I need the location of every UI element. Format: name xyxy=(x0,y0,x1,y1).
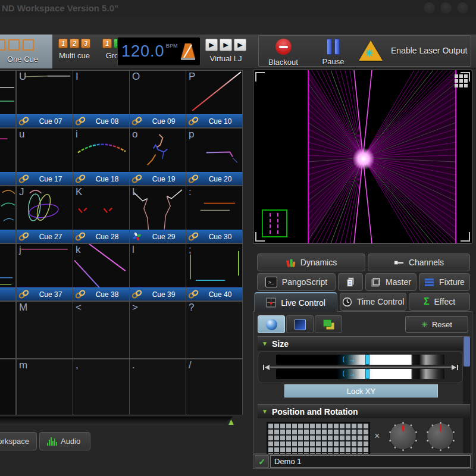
tab-pangoscript[interactable]: >_ PangoScript xyxy=(257,273,336,291)
reset-button[interactable]: ✳ Reset xyxy=(405,316,468,333)
cue-cell-partial[interactable] xyxy=(0,70,16,128)
window-button[interactable] xyxy=(457,2,468,14)
cue-cell-partial[interactable] xyxy=(0,359,16,415)
cue-label-bar[interactable]: Cue 09 xyxy=(130,114,186,127)
cue-cell[interactable]: , xyxy=(73,359,130,415)
position-section-header[interactable]: ▼ Position and Rotation xyxy=(258,404,470,418)
cue-cell[interactable]: / xyxy=(186,359,243,415)
cue-label-bar[interactable] xyxy=(0,287,15,300)
window-button[interactable] xyxy=(424,2,435,14)
cue-label-bar[interactable]: Cue 08 xyxy=(73,114,129,127)
tab-time-control[interactable]: Time Control xyxy=(340,293,406,311)
tab-fixture[interactable]: Fixture xyxy=(419,273,470,291)
pangoscript-icon: >_ xyxy=(265,277,277,287)
laser-preview[interactable] xyxy=(253,70,472,244)
cue-cell[interactable]: > xyxy=(129,301,186,359)
pinwheel-icon xyxy=(131,232,142,241)
size-x-slider[interactable]: ( → xyxy=(276,355,444,365)
cue-cell[interactable]: m xyxy=(16,359,73,415)
cue-label-bar[interactable] xyxy=(0,230,15,243)
cue-cell[interactable]: u Cue 17 xyxy=(16,128,73,186)
workspace-name-field[interactable]: Demo 1 xyxy=(270,455,471,468)
layers-mode-button[interactable] xyxy=(315,315,342,333)
bpm-display[interactable]: 120.0 BPM xyxy=(117,37,201,66)
cue-cell[interactable]: < xyxy=(73,301,130,359)
size-section-header[interactable]: ▼ Size xyxy=(258,336,470,350)
multi-cue-button[interactable]: 123 Multi cue xyxy=(58,39,90,60)
cue-cell[interactable]: i Cue 18 xyxy=(73,128,130,186)
cue-cell-partial[interactable] xyxy=(0,243,16,301)
preview-grid-icon[interactable] xyxy=(455,74,468,87)
tab-effect[interactable]: Σ Effect xyxy=(409,293,470,311)
cue-cell[interactable]: o Cue 19 xyxy=(129,128,186,186)
chain-link-icon xyxy=(75,117,86,126)
position-xy-pad[interactable] xyxy=(267,422,370,456)
tab-audio[interactable]: Audio xyxy=(39,432,90,450)
cue-label: Cue 30 xyxy=(200,233,240,241)
size-y-slider[interactable]: ( → xyxy=(276,369,444,379)
tab-live-control[interactable]: Live Control xyxy=(254,292,337,312)
tab-channels[interactable]: Channels xyxy=(368,253,470,271)
cue-cell[interactable]: L Cue 29 xyxy=(129,186,186,243)
cue-label-bar[interactable]: Cue 10 xyxy=(186,114,242,127)
cue-cell[interactable]: k Cue 38 xyxy=(73,243,130,301)
tab-dynamics[interactable]: Dynamics xyxy=(257,253,365,271)
cue-cell[interactable]: ? xyxy=(186,301,243,359)
cue-label-bar[interactable]: Cue 30 xyxy=(186,230,242,243)
cue-label-bar[interactable]: Cue 39 xyxy=(130,287,186,300)
cue-cell[interactable]: U Cue 07 xyxy=(16,70,73,128)
cue-label-bar[interactable]: Cue 18 xyxy=(73,172,129,185)
cue-cell[interactable]: M xyxy=(16,301,73,359)
cue-label-bar[interactable] xyxy=(0,172,15,185)
cue-label-bar[interactable]: Cue 38 xyxy=(73,287,129,300)
one-cue-button[interactable]: One Cue xyxy=(0,35,52,68)
cue-cell[interactable]: : Cue 30 xyxy=(186,186,243,243)
slider-handle[interactable] xyxy=(365,369,369,379)
panel-scrollbar[interactable] xyxy=(463,337,471,453)
cue-cell[interactable]: ; Cue 40 xyxy=(186,243,243,301)
cue-cell[interactable]: K Cue 28 xyxy=(73,186,130,243)
cue-cell[interactable]: p Cue 20 xyxy=(186,128,243,186)
cue-label-bar[interactable] xyxy=(0,114,15,127)
cue-cell[interactable]: . xyxy=(129,359,186,415)
cue-label-bar[interactable]: Cue 27 xyxy=(17,230,73,243)
rotation-knob-2[interactable] xyxy=(427,422,454,450)
projection-zone-thumbnail[interactable] xyxy=(262,209,287,237)
cue-label-bar[interactable]: Cue 37 xyxy=(17,287,73,300)
cue-label-bar[interactable]: Cue 17 xyxy=(17,172,73,185)
workspace-ok-button[interactable]: ✓ xyxy=(255,455,269,468)
cue-label-bar[interactable]: Cue 07 xyxy=(17,114,73,127)
lock-xy-button[interactable]: Lock XY xyxy=(284,384,438,397)
cue-cell[interactable]: J Cue 27 xyxy=(16,186,73,243)
copy-button[interactable] xyxy=(338,273,363,291)
cue-cell-partial[interactable] xyxy=(0,186,16,243)
tab-master[interactable]: Master xyxy=(365,273,416,291)
cue-label-bar[interactable]: Cue 28 xyxy=(73,230,129,243)
cue-cell[interactable]: P Cue 10 xyxy=(186,70,243,128)
zone-mode-button[interactable] xyxy=(286,315,314,333)
cue-label-bar[interactable]: Cue 29 xyxy=(130,230,186,243)
blackout-button[interactable]: Blackout xyxy=(264,39,303,67)
virtual-lj-button[interactable]: ▶ ▶ ▶ Virtual LJ xyxy=(205,39,246,63)
cue-cell[interactable]: j Cue 37 xyxy=(16,243,73,301)
rotation-knob-1[interactable] xyxy=(389,422,416,450)
cue-label-bar[interactable]: Cue 40 xyxy=(186,287,242,300)
cue-label-bar[interactable]: Cue 19 xyxy=(130,172,186,185)
cue-cell-partial[interactable] xyxy=(0,128,16,186)
cue-cell[interactable]: l Cue 39 xyxy=(129,243,186,301)
scrollbar-thumb[interactable] xyxy=(464,337,470,367)
pause-button[interactable]: Pause xyxy=(318,39,348,66)
cue-cell[interactable]: O Cue 09 xyxy=(129,70,186,128)
slider-handle[interactable] xyxy=(365,355,369,365)
expand-grid-icon[interactable]: ▲ xyxy=(227,416,236,427)
cue-cell[interactable]: I Cue 08 xyxy=(73,70,130,128)
size-slider-group: ( → ( → xyxy=(258,351,463,383)
cue-cell-partial[interactable] xyxy=(0,301,16,359)
cue-label-bar[interactable]: Cue 20 xyxy=(186,172,242,185)
layers-icon xyxy=(323,320,334,330)
play-icon: ▶ xyxy=(234,39,246,51)
global-mode-button[interactable] xyxy=(258,315,285,333)
enable-laser-output-button[interactable]: ✳ Enable Laser Output xyxy=(359,40,467,61)
window-button[interactable] xyxy=(440,2,452,14)
tab-workspace[interactable]: Workspace xyxy=(0,432,37,450)
